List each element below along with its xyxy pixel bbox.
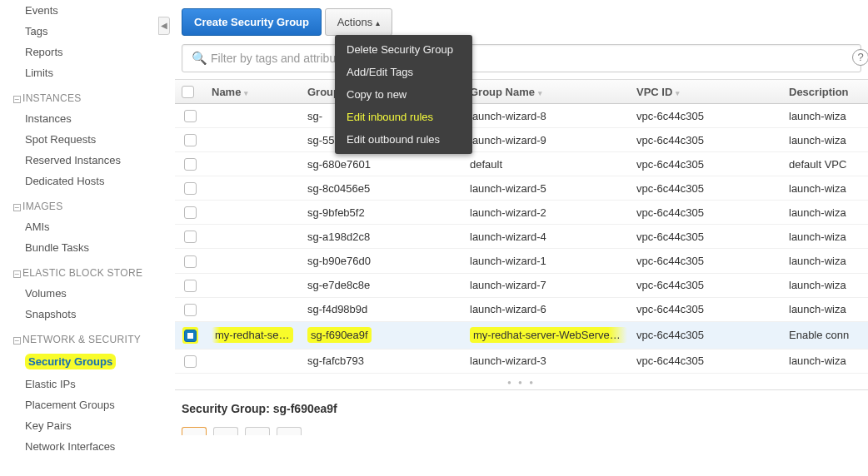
row-checkbox[interactable] <box>184 134 197 146</box>
cell-checkbox[interactable] <box>175 152 205 176</box>
nav-item-elastic-ips[interactable]: Elastic IPs <box>7 374 158 394</box>
table-row[interactable]: sg-680e7601defaultvpc-6c44c305default VP… <box>175 152 868 176</box>
menu-item-delete-security-group[interactable]: Delete Security Group <box>335 38 472 61</box>
row-checkbox[interactable] <box>184 110 197 122</box>
table-row[interactable]: sg-launch-wizard-8vpc-6c44c305launch-wiz… <box>175 104 868 128</box>
detail-title: Security Group: sg-f690ea9f <box>182 402 861 415</box>
nav-header-images[interactable]: –IMAGES <box>7 196 158 216</box>
nav-item-security-groups[interactable]: Security Groups <box>7 350 158 374</box>
nav-header-network-security[interactable]: –NETWORK & SECURITY <box>7 330 158 350</box>
nav-header-instances[interactable]: –INSTANCES <box>7 88 158 108</box>
row-checkbox[interactable] <box>184 206 197 219</box>
collapse-icon: – <box>13 204 21 211</box>
nav-item-spot-requests[interactable]: Spot Requests <box>7 129 158 150</box>
menu-item-add-edit-tags[interactable]: Add/Edit Tags <box>335 61 472 83</box>
table-row[interactable]: sg-e7de8c8elaunch-wizard-7vpc-6c44c305la… <box>175 273 868 297</box>
row-checkbox[interactable] <box>184 330 197 342</box>
table-row[interactable]: sg-b90e76d0launch-wizard-1vpc-6c44c305la… <box>175 249 868 273</box>
cell-vpc-id: vpc-6c44c305 <box>630 349 782 373</box>
actions-menu: Delete Security Group Add/Edit Tags Copy… <box>335 35 472 154</box>
table-row[interactable]: sg-f4d98b9dlaunch-wizard-6vpc-6c44c305la… <box>175 297 868 321</box>
menu-item-copy-to-new[interactable]: Copy to new <box>335 83 472 106</box>
filter-input[interactable] <box>182 44 861 72</box>
header-name[interactable]: Name▾ <box>205 80 301 104</box>
cell-group-name: launch-wizard-9 <box>463 128 630 152</box>
row-checkbox[interactable] <box>184 255 197 268</box>
nav-item-reports[interactable]: Reports <box>7 42 158 62</box>
nav-header-ebs[interactable]: –ELASTIC BLOCK STORE <box>7 263 158 283</box>
sort-icon: ▾ <box>538 89 542 97</box>
cell-checkbox[interactable] <box>175 104 205 128</box>
nav-item-instances[interactable]: Instances <box>7 108 158 129</box>
cell-checkbox[interactable] <box>175 297 205 321</box>
cell-checkbox[interactable] <box>175 201 205 225</box>
row-checkbox[interactable] <box>184 158 197 171</box>
cell-name <box>205 249 301 273</box>
row-checkbox[interactable] <box>184 182 197 195</box>
select-all-checkbox[interactable] <box>182 86 194 98</box>
header-group-name[interactable]: Group Name▾ <box>463 80 630 104</box>
main-panel: Create Security Group Actions▴ Delete Se… <box>175 0 868 476</box>
panel-resize-handle[interactable]: ● ● ● <box>175 374 868 386</box>
cell-name: my-redhat-se… <box>205 321 301 349</box>
cell-vpc-id: vpc-6c44c305 <box>630 273 782 297</box>
table-row[interactable]: sg-8c0456e5launch-wizard-5vpc-6c44c305la… <box>175 176 868 201</box>
table-header-row: Name▾ Group ID▾ Group Name▾ VPC ID▾ Desc… <box>175 80 868 104</box>
cell-group-name: launch-wizard-7 <box>463 273 630 297</box>
nav-item-limits[interactable]: Limits <box>7 62 158 83</box>
nav-item-network-interfaces[interactable]: Network Interfaces <box>7 436 158 457</box>
nav-item-snapshots[interactable]: Snapshots <box>7 304 158 325</box>
row-checkbox[interactable] <box>184 355 197 368</box>
cell-group-id: sg-8c0456e5 <box>301 176 463 201</box>
cell-group-id: sg-b90e76d0 <box>301 249 463 273</box>
table-row[interactable]: sg-55c6943claunch-wizard-9vpc-6c44c305la… <box>175 128 868 152</box>
cell-group-name: launch-wizard-1 <box>463 249 630 273</box>
nav-item-events[interactable]: Events <box>7 0 158 21</box>
menu-item-edit-outbound-rules[interactable]: Edit outbound rules <box>335 128 472 151</box>
header-vpc-id[interactable]: VPC ID▾ <box>630 80 782 104</box>
nav-item-amis[interactable]: AMIs <box>7 216 158 237</box>
menu-item-edit-inbound-rules[interactable]: Edit inbound rules <box>335 106 472 128</box>
nav-item-key-pairs[interactable]: Key Pairs <box>7 415 158 436</box>
nav-item-placement-groups[interactable]: Placement Groups <box>7 394 158 415</box>
row-checkbox[interactable] <box>184 304 197 316</box>
nav-item-volumes[interactable]: Volumes <box>7 283 158 304</box>
cell-name <box>205 273 301 297</box>
detail-panel: Security Group: sg-f690ea9f <box>175 389 868 435</box>
cell-description: default VPC <box>782 152 868 176</box>
detail-tab-2[interactable] <box>213 427 238 435</box>
actions-button[interactable]: Actions▴ <box>325 8 393 36</box>
table-row[interactable]: sg-a198d2c8launch-wizard-4vpc-6c44c305la… <box>175 225 868 249</box>
cell-group-id: sg-9bfeb5f2 <box>301 201 463 225</box>
cell-vpc-id: vpc-6c44c305 <box>630 297 782 321</box>
nav-item-bundle-tasks[interactable]: Bundle Tasks <box>7 237 158 258</box>
cell-description: launch-wiza <box>782 128 868 152</box>
create-security-group-button[interactable]: Create Security Group <box>182 8 322 36</box>
table-row[interactable]: sg-fafcb793launch-wizard-3vpc-6c44c305la… <box>175 349 868 373</box>
cell-description: launch-wiza <box>782 176 868 201</box>
cell-checkbox[interactable] <box>175 249 205 273</box>
row-checkbox[interactable] <box>184 231 197 243</box>
help-icon[interactable]: ? <box>852 49 868 66</box>
cell-checkbox[interactable] <box>175 176 205 201</box>
cell-checkbox[interactable] <box>175 128 205 152</box>
cell-description: launch-wiza <box>782 273 868 297</box>
cell-checkbox[interactable] <box>175 273 205 297</box>
header-checkbox[interactable] <box>175 80 205 104</box>
header-description[interactable]: Description <box>782 80 868 104</box>
detail-tab-4[interactable] <box>277 427 302 435</box>
nav-item-reserved-instances[interactable]: Reserved Instances <box>7 150 158 171</box>
table-row[interactable]: my-redhat-se…sg-f690ea9fmy-redhat-server… <box>175 321 868 349</box>
collapse-icon: – <box>13 337 21 345</box>
cell-checkbox[interactable] <box>175 225 205 249</box>
table-row[interactable]: sg-9bfeb5f2launch-wizard-2vpc-6c44c305la… <box>175 201 868 225</box>
cell-checkbox[interactable] <box>175 349 205 373</box>
cell-checkbox[interactable] <box>175 321 205 349</box>
row-checkbox[interactable] <box>184 280 197 292</box>
cell-vpc-id: vpc-6c44c305 <box>630 321 782 349</box>
detail-tab-1[interactable] <box>182 427 207 435</box>
sidebar-collapse-handle[interactable]: ◀ <box>158 17 170 35</box>
detail-tab-3[interactable] <box>245 427 270 435</box>
nav-item-dedicated-hosts[interactable]: Dedicated Hosts <box>7 171 158 191</box>
nav-item-tags[interactable]: Tags <box>7 21 158 42</box>
